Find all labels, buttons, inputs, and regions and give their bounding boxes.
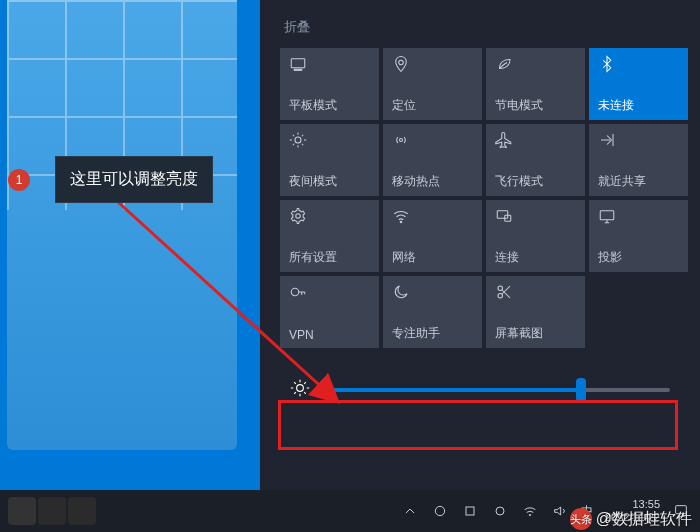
taskbar-app-2[interactable] [38, 497, 66, 525]
tile-project[interactable]: 投影 [589, 200, 688, 272]
vpn-icon [289, 283, 370, 309]
svg-point-6 [400, 221, 402, 223]
snip-icon [495, 283, 576, 309]
airplane-icon [495, 131, 576, 157]
tray-volume-icon[interactable] [551, 502, 569, 520]
tile-night-light[interactable]: 夜间模式 [280, 124, 379, 196]
location-icon [392, 55, 473, 81]
tile-battery-saver[interactable]: 节电模式 [486, 48, 585, 120]
tray-wifi-icon[interactable] [521, 502, 539, 520]
tray-app-icon-2[interactable] [461, 502, 479, 520]
gear-icon [289, 207, 370, 233]
tile-label: 飞行模式 [495, 173, 576, 190]
svg-point-10 [291, 288, 299, 296]
svg-point-4 [400, 139, 403, 142]
tile-connect[interactable]: 连接 [486, 200, 585, 272]
leaf-icon [495, 55, 576, 81]
watermark-logo: 头条 [570, 508, 592, 530]
tile-label: 定位 [392, 97, 473, 114]
tile-airplane-mode[interactable]: 飞行模式 [486, 124, 585, 196]
tile-label: 节电模式 [495, 97, 576, 114]
tile-label: 移动热点 [392, 173, 473, 190]
sun-icon [289, 131, 370, 157]
taskbar-app-3[interactable] [68, 497, 96, 525]
tile-screen-snip[interactable]: 屏幕截图 [486, 276, 585, 348]
tile-network[interactable]: 网络 [383, 200, 482, 272]
moon-icon [392, 283, 473, 309]
bluetooth-icon [598, 55, 679, 81]
connect-icon [495, 207, 576, 233]
annotation-text: 这里可以调整亮度 [70, 170, 198, 187]
tile-label: 专注助手 [392, 325, 473, 342]
share-icon [598, 131, 679, 157]
tray-app-icon-3[interactable] [491, 502, 509, 520]
tile-label: 平板模式 [289, 97, 370, 114]
brightness-slider[interactable] [326, 388, 670, 392]
svg-point-5 [296, 214, 301, 219]
svg-point-3 [295, 137, 301, 143]
svg-point-2 [399, 60, 404, 65]
tile-label: 夜间模式 [289, 173, 370, 190]
taskbar-app-1[interactable] [8, 497, 36, 525]
tile-label: 未连接 [598, 97, 679, 114]
tablet-icon [289, 55, 370, 81]
svg-rect-0 [291, 59, 305, 68]
tile-focus-assist[interactable]: 专注助手 [383, 276, 482, 348]
collapse-link[interactable]: 折叠 [260, 0, 700, 48]
wifi-icon [392, 207, 473, 233]
quick-action-tiles: 平板模式 定位 节电模式 未连接 夜间模式 [260, 48, 700, 348]
tray-chevron-icon[interactable] [401, 502, 419, 520]
svg-rect-9 [600, 211, 614, 220]
hotspot-icon [392, 131, 473, 157]
svg-point-13 [297, 385, 304, 392]
tile-mobile-hotspot[interactable]: 移动热点 [383, 124, 482, 196]
svg-rect-16 [466, 507, 474, 515]
brightness-slider-fill [326, 388, 581, 392]
svg-rect-1 [294, 69, 302, 70]
project-icon [598, 207, 679, 233]
brightness-control [280, 372, 680, 408]
tile-nearby-sharing[interactable]: 就近共享 [589, 124, 688, 196]
tile-label: 网络 [392, 249, 473, 266]
tile-location[interactable]: 定位 [383, 48, 482, 120]
tile-all-settings[interactable]: 所有设置 [280, 200, 379, 272]
tile-label: 就近共享 [598, 173, 679, 190]
tile-label: 屏幕截图 [495, 325, 576, 342]
tile-tablet-mode[interactable]: 平板模式 [280, 48, 379, 120]
svg-rect-7 [497, 211, 508, 219]
tile-label: 所有设置 [289, 249, 370, 266]
annotation-callout: 1 这里可以调整亮度 [55, 156, 213, 203]
brightness-icon [290, 378, 310, 402]
watermark-text: @数据蛙软件 [596, 509, 692, 530]
svg-point-18 [529, 514, 530, 515]
action-center-panel: 折叠 平板模式 定位 节电模式 未连接 [260, 0, 700, 490]
annotation-badge: 1 [8, 169, 30, 191]
tray-app-icon-1[interactable] [431, 502, 449, 520]
tile-label: 连接 [495, 249, 576, 266]
watermark: 头条 @数据蛙软件 [570, 508, 692, 530]
taskbar-apps [0, 497, 96, 525]
tile-bluetooth[interactable]: 未连接 [589, 48, 688, 120]
brightness-slider-thumb[interactable] [576, 378, 586, 402]
tile-label: 投影 [598, 249, 679, 266]
svg-point-15 [435, 506, 444, 515]
svg-point-17 [496, 507, 504, 515]
tile-vpn[interactable]: VPN [280, 276, 379, 348]
tile-label: VPN [289, 328, 370, 342]
